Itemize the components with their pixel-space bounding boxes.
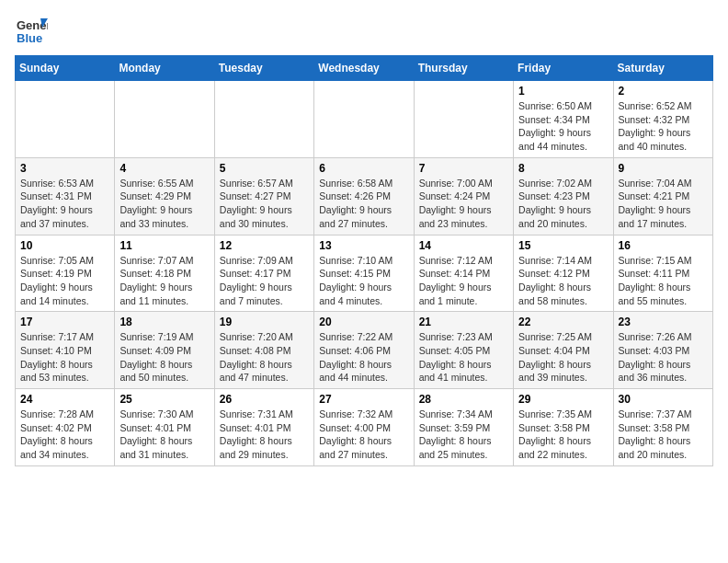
day-number: 14 <box>419 239 508 252</box>
day-info: Sunrise: 7:19 AM Sunset: 4:09 PM Dayligh… <box>119 330 209 385</box>
calendar-cell: 19Sunrise: 7:20 AM Sunset: 4:08 PM Dayli… <box>214 312 313 389</box>
day-number: 9 <box>619 162 708 175</box>
day-number: 8 <box>518 162 608 175</box>
calendar-cell: 3Sunrise: 6:53 AM Sunset: 4:31 PM Daylig… <box>16 157 115 235</box>
page-header: General Blue <box>15 15 713 48</box>
calendar-cell: 14Sunrise: 7:12 AM Sunset: 4:14 PM Dayli… <box>414 235 513 312</box>
day-info: Sunrise: 7:10 AM Sunset: 4:15 PM Dayligh… <box>319 254 408 308</box>
calendar-cell <box>314 81 414 158</box>
logo: General Blue <box>15 15 48 48</box>
calendar-cell: 21Sunrise: 7:23 AM Sunset: 4:05 PM Dayli… <box>414 312 513 389</box>
day-number: 11 <box>119 239 209 252</box>
day-info: Sunrise: 7:25 AM Sunset: 4:04 PM Dayligh… <box>518 330 608 385</box>
day-number: 25 <box>119 393 209 406</box>
day-number: 3 <box>20 162 109 175</box>
weekday-header: Thursday <box>414 56 513 81</box>
calendar-cell <box>214 81 313 158</box>
day-number: 1 <box>518 85 608 98</box>
day-info: Sunrise: 7:05 AM Sunset: 4:19 PM Dayligh… <box>20 254 109 308</box>
calendar-cell <box>414 81 513 158</box>
day-number: 17 <box>20 316 109 328</box>
day-number: 16 <box>619 239 708 252</box>
day-number: 30 <box>619 393 708 406</box>
calendar-cell: 28Sunrise: 7:34 AM Sunset: 3:59 PM Dayli… <box>414 389 513 466</box>
day-info: Sunrise: 7:26 AM Sunset: 4:03 PM Dayligh… <box>619 330 708 385</box>
day-info: Sunrise: 7:28 AM Sunset: 4:02 PM Dayligh… <box>20 408 109 462</box>
day-info: Sunrise: 7:12 AM Sunset: 4:14 PM Dayligh… <box>419 254 508 308</box>
day-number: 2 <box>619 85 708 98</box>
calendar-cell: 6Sunrise: 6:58 AM Sunset: 4:26 PM Daylig… <box>314 157 414 235</box>
day-info: Sunrise: 7:20 AM Sunset: 4:08 PM Dayligh… <box>220 330 309 385</box>
day-info: Sunrise: 6:58 AM Sunset: 4:26 PM Dayligh… <box>319 177 408 231</box>
day-number: 5 <box>220 162 309 175</box>
day-info: Sunrise: 6:53 AM Sunset: 4:31 PM Dayligh… <box>20 177 109 231</box>
day-number: 10 <box>20 239 109 252</box>
day-info: Sunrise: 7:07 AM Sunset: 4:18 PM Dayligh… <box>119 254 209 308</box>
svg-text:Blue: Blue <box>17 31 42 45</box>
calendar-cell: 22Sunrise: 7:25 AM Sunset: 4:04 PM Dayli… <box>514 312 613 389</box>
day-number: 24 <box>20 393 109 406</box>
day-number: 7 <box>419 162 508 175</box>
day-info: Sunrise: 7:04 AM Sunset: 4:21 PM Dayligh… <box>619 177 708 231</box>
day-number: 18 <box>119 316 209 328</box>
calendar-cell: 1Sunrise: 6:50 AM Sunset: 4:34 PM Daylig… <box>514 81 613 158</box>
calendar-cell: 25Sunrise: 7:30 AM Sunset: 4:01 PM Dayli… <box>115 389 214 466</box>
calendar-cell: 15Sunrise: 7:14 AM Sunset: 4:12 PM Dayli… <box>514 235 613 312</box>
day-info: Sunrise: 7:02 AM Sunset: 4:23 PM Dayligh… <box>518 177 608 231</box>
day-info: Sunrise: 7:30 AM Sunset: 4:01 PM Dayligh… <box>119 408 209 462</box>
calendar-cell: 26Sunrise: 7:31 AM Sunset: 4:01 PM Dayli… <box>214 389 313 466</box>
calendar-cell: 8Sunrise: 7:02 AM Sunset: 4:23 PM Daylig… <box>514 157 613 235</box>
calendar-week-row: 17Sunrise: 7:17 AM Sunset: 4:10 PM Dayli… <box>16 312 713 389</box>
weekday-header: Wednesday <box>314 56 414 81</box>
day-info: Sunrise: 7:14 AM Sunset: 4:12 PM Dayligh… <box>518 254 608 308</box>
calendar-week-row: 24Sunrise: 7:28 AM Sunset: 4:02 PM Dayli… <box>16 389 713 466</box>
calendar-week-row: 1Sunrise: 6:50 AM Sunset: 4:34 PM Daylig… <box>16 81 713 158</box>
weekday-header: Saturday <box>613 56 712 81</box>
day-number: 13 <box>319 239 408 252</box>
day-number: 28 <box>419 393 508 406</box>
calendar-cell: 12Sunrise: 7:09 AM Sunset: 4:17 PM Dayli… <box>214 235 313 312</box>
calendar-cell: 5Sunrise: 6:57 AM Sunset: 4:27 PM Daylig… <box>214 157 313 235</box>
calendar-cell: 16Sunrise: 7:15 AM Sunset: 4:11 PM Dayli… <box>613 235 712 312</box>
calendar-cell: 20Sunrise: 7:22 AM Sunset: 4:06 PM Dayli… <box>314 312 414 389</box>
calendar-cell: 10Sunrise: 7:05 AM Sunset: 4:19 PM Dayli… <box>16 235 115 312</box>
day-info: Sunrise: 7:09 AM Sunset: 4:17 PM Dayligh… <box>220 254 309 308</box>
day-info: Sunrise: 7:23 AM Sunset: 4:05 PM Dayligh… <box>419 330 508 385</box>
day-number: 15 <box>518 239 608 252</box>
day-info: Sunrise: 6:55 AM Sunset: 4:29 PM Dayligh… <box>119 177 209 231</box>
day-number: 26 <box>220 393 309 406</box>
calendar-cell: 29Sunrise: 7:35 AM Sunset: 3:58 PM Dayli… <box>514 389 613 466</box>
calendar-cell: 23Sunrise: 7:26 AM Sunset: 4:03 PM Dayli… <box>613 312 712 389</box>
day-number: 23 <box>619 316 708 328</box>
day-number: 6 <box>319 162 408 175</box>
calendar: SundayMondayTuesdayWednesdayThursdayFrid… <box>15 55 713 466</box>
calendar-cell: 4Sunrise: 6:55 AM Sunset: 4:29 PM Daylig… <box>115 157 214 235</box>
day-number: 27 <box>319 393 408 406</box>
day-info: Sunrise: 7:34 AM Sunset: 3:59 PM Dayligh… <box>419 408 508 462</box>
calendar-cell: 30Sunrise: 7:37 AM Sunset: 3:58 PM Dayli… <box>613 389 712 466</box>
day-info: Sunrise: 6:57 AM Sunset: 4:27 PM Dayligh… <box>220 177 309 231</box>
calendar-cell: 24Sunrise: 7:28 AM Sunset: 4:02 PM Dayli… <box>16 389 115 466</box>
calendar-cell <box>115 81 214 158</box>
calendar-cell: 9Sunrise: 7:04 AM Sunset: 4:21 PM Daylig… <box>613 157 712 235</box>
calendar-week-row: 10Sunrise: 7:05 AM Sunset: 4:19 PM Dayli… <box>16 235 713 312</box>
calendar-cell: 11Sunrise: 7:07 AM Sunset: 4:18 PM Dayli… <box>115 235 214 312</box>
weekday-header: Sunday <box>16 56 115 81</box>
weekday-header-row: SundayMondayTuesdayWednesdayThursdayFrid… <box>16 56 713 81</box>
calendar-cell: 27Sunrise: 7:32 AM Sunset: 4:00 PM Dayli… <box>314 389 414 466</box>
day-info: Sunrise: 7:35 AM Sunset: 3:58 PM Dayligh… <box>518 408 608 462</box>
weekday-header: Friday <box>514 56 613 81</box>
day-info: Sunrise: 7:22 AM Sunset: 4:06 PM Dayligh… <box>319 330 408 385</box>
day-info: Sunrise: 6:52 AM Sunset: 4:32 PM Dayligh… <box>619 99 708 154</box>
calendar-cell: 7Sunrise: 7:00 AM Sunset: 4:24 PM Daylig… <box>414 157 513 235</box>
day-number: 19 <box>220 316 309 328</box>
day-number: 21 <box>419 316 508 328</box>
day-info: Sunrise: 6:50 AM Sunset: 4:34 PM Dayligh… <box>518 99 608 154</box>
day-info: Sunrise: 7:31 AM Sunset: 4:01 PM Dayligh… <box>220 408 309 462</box>
calendar-cell: 17Sunrise: 7:17 AM Sunset: 4:10 PM Dayli… <box>16 312 115 389</box>
day-number: 12 <box>220 239 309 252</box>
day-info: Sunrise: 7:17 AM Sunset: 4:10 PM Dayligh… <box>20 330 109 385</box>
calendar-cell: 2Sunrise: 6:52 AM Sunset: 4:32 PM Daylig… <box>613 81 712 158</box>
calendar-cell: 13Sunrise: 7:10 AM Sunset: 4:15 PM Dayli… <box>314 235 414 312</box>
day-info: Sunrise: 7:32 AM Sunset: 4:00 PM Dayligh… <box>319 408 408 462</box>
